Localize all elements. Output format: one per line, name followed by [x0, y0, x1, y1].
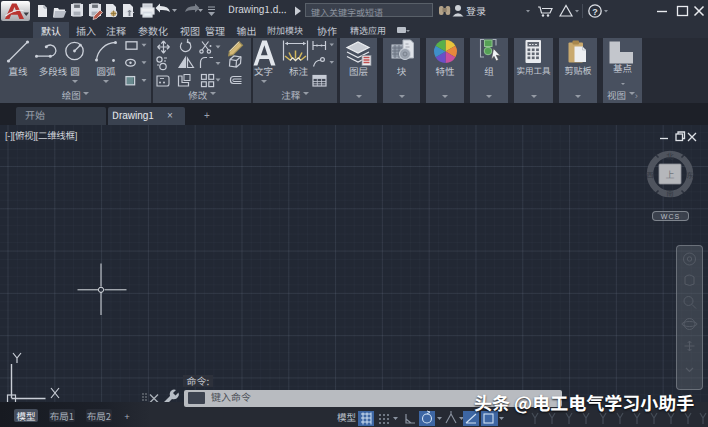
- svg-text:北: 北: [666, 150, 674, 161]
- svg-text:?: ?: [592, 7, 598, 17]
- svg-text:南: 南: [666, 187, 674, 198]
- svg-text:西: 西: [646, 169, 654, 180]
- svg-text:东: 东: [686, 169, 694, 180]
- svg-text:上: 上: [665, 168, 674, 181]
